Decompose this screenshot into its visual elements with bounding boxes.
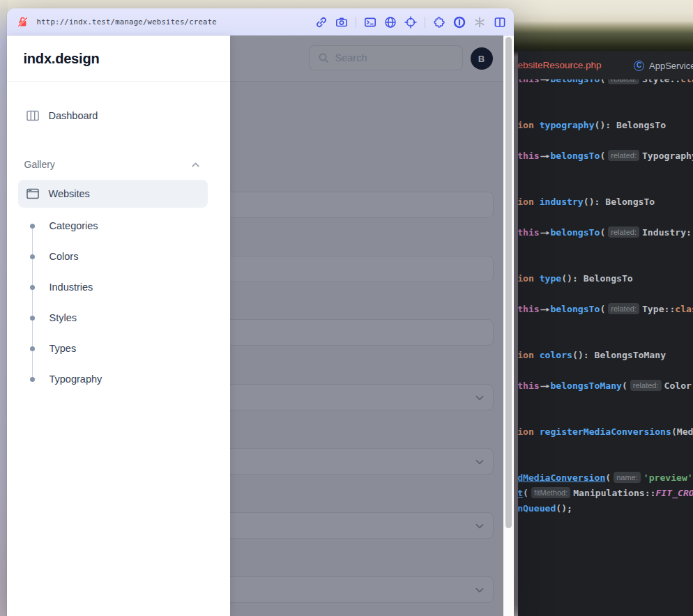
bullet-icon: [30, 254, 35, 259]
php-class-icon: C: [634, 61, 644, 71]
sidebar-item-websites[interactable]: Websites: [18, 180, 208, 208]
sidebar-item-styles[interactable]: Styles: [7, 302, 230, 333]
sidebar-item-label: Styles: [50, 312, 77, 323]
sidebar-item-label: Types: [50, 343, 77, 354]
code-line: [518, 409, 693, 424]
sidebar-item-industries[interactable]: Industries: [7, 272, 230, 302]
onepassword-icon[interactable]: [453, 16, 466, 29]
code-token: public function: [518, 197, 534, 207]
code-line: public function type(): BelongsTo: [518, 271, 693, 286]
code-token: belongsToMany: [550, 380, 621, 391]
code-token: →: [535, 302, 555, 317]
code-token: Typography::: [642, 151, 693, 161]
split-view-icon[interactable]: [494, 16, 506, 29]
code-line: return $this→belongsTo(related:Style::cl…: [518, 79, 693, 87]
code-line: }: [518, 317, 693, 332]
code-token: class: [675, 304, 693, 314]
sidebar-item-types[interactable]: Types: [7, 333, 230, 364]
inline-parameter-hint: fitMethod:: [531, 487, 570, 498]
inline-parameter-hint: related:: [608, 150, 639, 161]
sidebar-item-label: Industries: [50, 282, 93, 293]
sidebar-group-gallery: Gallery: [18, 151, 208, 178]
code-line: }: [518, 394, 693, 409]
code-token: →: [535, 378, 555, 394]
code-line: }: [518, 164, 693, 179]
code-line: {: [518, 363, 693, 378]
sidebar-item-label: Dashboard: [49, 110, 98, 121]
inline-parameter-hint: related:: [608, 226, 639, 238]
url-text[interactable]: http://indx.test/manage/websites/create: [37, 17, 218, 26]
code-line: public function colors(): BelongsToMany: [518, 348, 693, 363]
editor-window[interactable]: WebsiteResource.php C AppServiceProvider…: [518, 52, 693, 616]
code-token: (Media: [671, 426, 693, 437]
sidebar-item-colors[interactable]: Colors: [7, 241, 230, 272]
code-line: return $this→belongsTo(related:Type::cla…: [518, 302, 693, 317]
code-token: public function: [518, 120, 534, 130]
code-token: public function: [518, 273, 534, 284]
browser-toolbar: [315, 8, 506, 36]
code-line: {: [518, 286, 693, 302]
code-token: belongsTo: [550, 151, 600, 161]
target-icon[interactable]: [404, 16, 417, 29]
code-token: (): BelongsTo: [561, 273, 632, 284]
code-token: (: [600, 227, 605, 238]
code-line: $this: [518, 455, 693, 470]
code-token: Manipulations::: [573, 488, 655, 498]
sidebar-group-label: Gallery: [24, 159, 55, 170]
puzzle-icon[interactable]: [433, 16, 446, 29]
bullet-icon: [30, 224, 35, 229]
code-line: }: [518, 516, 693, 532]
dashboard-columns-icon: [25, 108, 40, 123]
bullet-icon: [30, 316, 35, 321]
code-line: public function typography(): BelongsTo: [518, 118, 693, 133]
sidebar-item-label: Categories: [50, 220, 98, 231]
sidebar-item-categories[interactable]: Categories: [7, 210, 230, 241]
code-line: →fit(fitMethod:Manipulations::FIT_CROP, …: [518, 486, 693, 501]
scrollbar-thumb[interactable]: [505, 37, 512, 528]
code-token: (): BelongsTo: [595, 120, 666, 130]
code-token: (: [600, 79, 605, 84]
code-token: nonQueued: [518, 503, 556, 514]
inline-parameter-hint: related:: [630, 380, 662, 391]
code-line: [518, 332, 693, 348]
code-token: [534, 426, 540, 437]
code-token: belongsTo: [550, 79, 600, 84]
code-token: (: [600, 151, 605, 161]
code-token: [534, 120, 540, 130]
code-token: →: [535, 225, 555, 240]
browser-window: http://indx.test/manage/websites/create …: [7, 8, 515, 616]
browser-url-bar[interactable]: http://indx.test/manage/websites/create: [7, 8, 515, 36]
code-token: Color::: [664, 380, 693, 391]
globe-icon[interactable]: [384, 16, 397, 29]
browser-scrollbar[interactable]: [503, 36, 514, 616]
bullet-icon: [30, 377, 35, 382]
code-line: {: [518, 133, 693, 148]
sidebar-item-dashboard[interactable]: Dashboard: [18, 102, 208, 130]
asterisk-icon[interactable]: [473, 16, 486, 29]
editor-code-viewport[interactable]: return $this→belongsTo(related:Style::cl…: [518, 79, 693, 616]
chevron-up-icon[interactable]: [190, 160, 201, 170]
editor-tab-bar: WebsiteResource.php C AppServiceProvider…: [518, 52, 693, 79]
admin-page: Search B indx.design Dashboard Gallery: [7, 36, 515, 616]
editor-tab-app-service-provider[interactable]: C AppServiceProvider.php: [634, 52, 693, 79]
code-token: industry: [540, 197, 584, 207]
code-token: [534, 197, 540, 207]
brand-logo[interactable]: indx.design: [24, 51, 100, 67]
sidebar-header: indx.design: [7, 36, 230, 82]
code-token: class: [680, 79, 693, 84]
code-token: typography: [540, 120, 595, 130]
code-line: }: [518, 87, 693, 102]
toolbar-separator: [356, 17, 356, 28]
code-token: FIT_CROP: [655, 488, 693, 498]
sidebar-item-typography[interactable]: Typography: [7, 364, 230, 394]
editor-tab-website-resource[interactable]: WebsiteResource.php: [518, 52, 602, 79]
code-token: (: [600, 304, 605, 314]
toolbar-separator: [425, 17, 425, 28]
code-token: registerMediaConversions: [540, 426, 671, 437]
link-icon[interactable]: [315, 16, 328, 29]
code-token: →: [535, 79, 555, 87]
code-line: return $this→belongsToMany(related:Color…: [518, 378, 693, 394]
terminal-icon[interactable]: [364, 16, 376, 29]
sidebar-item-label: Colors: [50, 251, 79, 262]
camera-icon[interactable]: [335, 16, 348, 29]
